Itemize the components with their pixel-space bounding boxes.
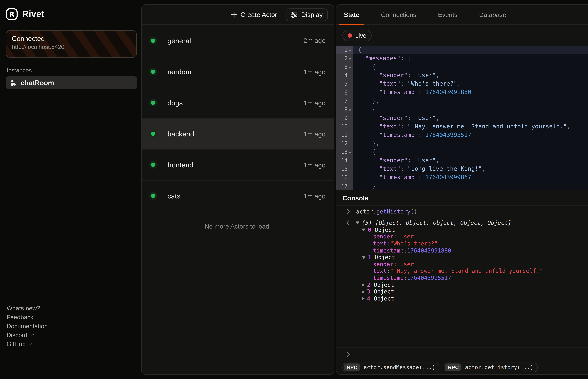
actor-row[interactable]: random1m ago — [142, 56, 334, 87]
expand-triangle-icon[interactable] — [362, 283, 365, 287]
sliders-icon — [291, 11, 298, 18]
code-line: "text": "Long live the King!", — [353, 165, 588, 173]
expand-triangle-icon[interactable] — [362, 297, 365, 300]
status-dot-icon — [151, 38, 155, 43]
editor-line-number: 8∨ — [336, 105, 353, 114]
code-line: { — [353, 46, 588, 54]
sidebar-link-label: GitHub — [7, 340, 26, 347]
line-number: 7 — [344, 97, 348, 104]
sidebar: R Rivet Connected http://localhost:6420 … — [0, 0, 141, 379]
sidebar-link-label: Documentation — [7, 323, 48, 330]
prop-key: timestamp — [373, 247, 404, 254]
console-tree-item[interactable]: 4: Object — [336, 295, 588, 302]
sidebar-link-discord[interactable]: Discord↗ — [7, 331, 48, 340]
prop-key: text — [373, 240, 387, 247]
actor-last-seen: 2m ago — [303, 37, 326, 44]
sidebar-link-documentation[interactable]: Documentation — [7, 322, 48, 331]
tree-colon: : — [370, 295, 374, 302]
prop-colon: : — [387, 240, 390, 247]
actors-panel: Create Actor Display general2m agorandom… — [141, 4, 334, 375]
status-dot-icon — [151, 101, 155, 105]
actor-row[interactable]: general2m ago — [142, 25, 334, 56]
display-button[interactable]: Display — [286, 8, 328, 21]
fold-chevron-icon[interactable]: ∨ — [348, 108, 352, 112]
fold-chevron-icon[interactable]: ∨ — [348, 57, 352, 61]
collapse-triangle-icon[interactable] — [362, 229, 366, 231]
console-tree-prop: timestamp: 1764043991880 — [336, 247, 588, 254]
fold-chevron-icon[interactable]: ∨ — [348, 151, 352, 155]
console-tree-item[interactable]: 0: Object — [336, 226, 588, 234]
line-number: 14 — [341, 157, 348, 164]
code-line: "sender": "User", — [353, 156, 588, 165]
status-dot-icon — [151, 132, 155, 136]
actor-row[interactable]: frontend1m ago — [142, 149, 334, 180]
live-badge-label: Live — [355, 32, 366, 39]
live-badge[interactable]: Live — [342, 29, 371, 41]
rpc-button[interactable]: RPCactor.getHistory(...) — [444, 362, 538, 372]
editor-line-number: 15 — [336, 165, 353, 173]
actor-icon — [10, 79, 17, 86]
editor-line-number: 5 — [336, 80, 353, 88]
sidebar-link-whats-new-[interactable]: Whats new? — [7, 304, 48, 313]
console-title: Console — [342, 194, 368, 202]
console-header[interactable]: Console — [336, 190, 588, 206]
console-tree-item[interactable]: 3: Object — [336, 288, 588, 295]
console-tree-item[interactable]: 1: Object — [336, 254, 588, 261]
create-actor-button[interactable]: Create Actor — [231, 11, 277, 18]
status-dot-icon — [151, 163, 155, 167]
expand-triangle-icon[interactable] — [356, 221, 359, 224]
code-line: { — [353, 148, 588, 156]
actors-empty-note: No more Actors to load. — [142, 223, 334, 230]
plus-icon — [231, 12, 237, 18]
code-line: "messages": [ — [353, 54, 588, 63]
tree-index: 1 — [368, 254, 371, 261]
connection-url: http://localhost:6420 — [12, 44, 131, 50]
line-number: 9 — [344, 115, 348, 121]
editor-line-number: 2∨ — [336, 54, 353, 63]
actor-row[interactable]: dogs1m ago — [142, 87, 334, 118]
code-line: "timestamp": 1764043995517 — [353, 131, 588, 139]
tree-colon: : — [371, 226, 375, 234]
tab-connections[interactable]: Connections — [376, 5, 421, 24]
collapse-triangle-icon[interactable] — [362, 256, 366, 259]
fold-chevron-icon[interactable]: ∨ — [348, 65, 352, 70]
tree-index: 3 — [367, 288, 370, 295]
actor-row[interactable]: backend1m ago — [142, 118, 334, 149]
tab-database[interactable]: Database — [474, 5, 511, 24]
editor-line-number: 9 — [336, 114, 353, 122]
external-link-icon: ↗ — [29, 341, 33, 347]
display-label: Display — [301, 11, 323, 18]
editor-line-number: 17 — [336, 182, 353, 190]
actors-header: Create Actor Display — [142, 5, 334, 25]
state-json-editor[interactable]: 1∨2∨3∨45678∨910111213∨14151617 { "messag… — [336, 46, 588, 190]
line-number: 10 — [341, 123, 348, 130]
console-output: (5) [Object, Object, Object, Object, Obj… — [336, 217, 588, 347]
line-number: 15 — [341, 166, 348, 172]
console-tree-prop: text: " Nay, answer me. Stand and unfold… — [336, 268, 588, 275]
brand-name: Rivet — [22, 9, 45, 19]
status-dot-icon — [151, 70, 155, 74]
console-tree-item[interactable]: 2: Object — [336, 282, 588, 288]
instances-label: Instances — [7, 67, 32, 74]
sidebar-item-instance[interactable]: chatRoom — [6, 76, 137, 89]
actor-name: cats — [167, 192, 180, 200]
line-number: 11 — [341, 132, 348, 138]
app-root: R Rivet Connected http://localhost:6420 … — [0, 0, 588, 379]
tree-type: Object — [375, 254, 395, 261]
tab-events[interactable]: Events — [433, 5, 462, 24]
sidebar-link-feedback[interactable]: Feedback — [7, 313, 48, 322]
console-tree-prop: timestamp: 1764043995517 — [336, 275, 588, 282]
console-history-command: actor.getHistory() — [336, 206, 588, 217]
actor-row[interactable]: cats1m ago — [142, 180, 334, 211]
tab-state[interactable]: State — [339, 5, 364, 24]
expand-triangle-icon[interactable] — [362, 290, 365, 294]
prop-value: "User" — [397, 233, 417, 240]
sidebar-link-github[interactable]: GitHub↗ — [7, 340, 48, 348]
rpc-button[interactable]: RPCactor.sendMessage(...) — [342, 362, 440, 372]
console-input-row[interactable] — [336, 347, 588, 360]
rpc-badge: RPC — [344, 363, 360, 371]
line-number: 13 — [341, 149, 348, 155]
editor-line-number: 16 — [336, 173, 353, 182]
code-line: "timestamp": 1764043991880 — [353, 88, 588, 97]
console-result-preview: (5) [Object, Object, Object, Object, Obj… — [336, 220, 588, 226]
